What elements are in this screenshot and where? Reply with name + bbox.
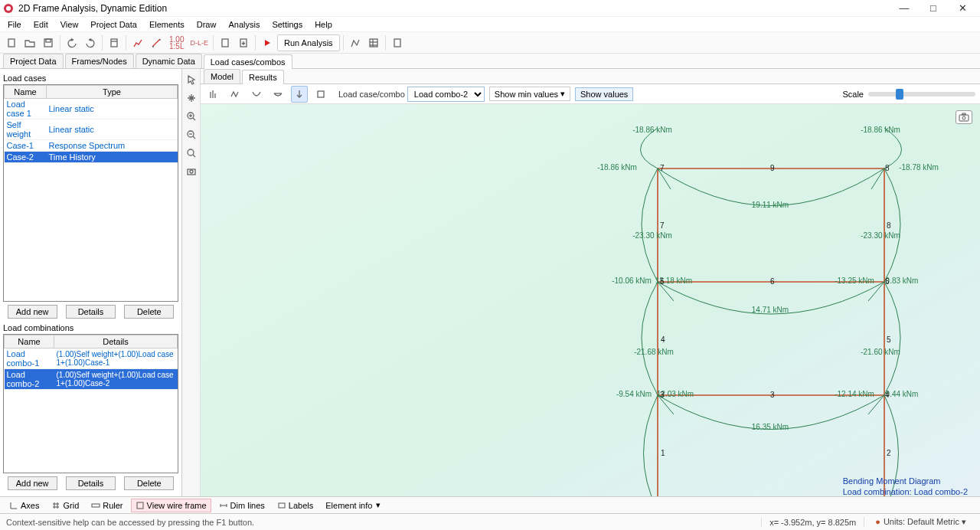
grid-toggle[interactable]: Grid bbox=[47, 499, 83, 512]
wireframe-toggle[interactable]: View wire frame bbox=[131, 499, 211, 512]
zoom-fit-icon[interactable] bbox=[184, 146, 199, 161]
ruler-toggle[interactable]: Ruler bbox=[87, 499, 127, 512]
new-file-icon[interactable] bbox=[3, 34, 20, 51]
menu-edit[interactable]: Edit bbox=[34, 20, 48, 29]
status-bar: Context-sensitive help can be accessed b… bbox=[0, 513, 980, 530]
zoom-out-icon[interactable] bbox=[184, 127, 199, 142]
undo-icon[interactable] bbox=[64, 34, 80, 51]
tab-frames-nodes[interactable]: Frames/Nodes bbox=[65, 54, 134, 68]
tab-dynamic-data[interactable]: Dynamic Data bbox=[136, 54, 202, 68]
loadcombos-delete-button[interactable]: Delete bbox=[124, 476, 174, 490]
dimlines-toggle[interactable]: Dim lines bbox=[214, 499, 270, 512]
maximize-button[interactable]: □ bbox=[919, 0, 948, 17]
moment-diagram-icon[interactable] bbox=[248, 86, 265, 103]
reaction-diagram-icon[interactable] bbox=[291, 86, 308, 103]
axes-toggle[interactable]: Axes bbox=[5, 499, 44, 512]
svg-marker-12 bbox=[265, 40, 270, 46]
screenshot-button[interactable] bbox=[956, 110, 972, 124]
status-coords: x= -3.952m, y= 8.825m bbox=[761, 518, 864, 527]
report-icon[interactable] bbox=[389, 34, 406, 51]
tab-results[interactable]: Results bbox=[242, 70, 284, 84]
svg-rect-10 bbox=[222, 39, 228, 47]
export-icon[interactable] bbox=[235, 34, 252, 51]
svg-text:6: 6 bbox=[885, 277, 890, 286]
show-values-button[interactable]: Show values bbox=[575, 87, 633, 101]
canvas-tabstrip: Model Results bbox=[201, 69, 980, 84]
svg-rect-37 bbox=[962, 113, 965, 115]
deflection-diagram-icon[interactable] bbox=[270, 86, 286, 103]
redo-icon[interactable] bbox=[82, 34, 99, 51]
shear-diagram-icon[interactable] bbox=[227, 86, 243, 103]
axial-diagram-icon[interactable] bbox=[205, 86, 222, 103]
minimize-button[interactable]: — bbox=[890, 0, 919, 17]
svg-text:8: 8 bbox=[885, 164, 890, 172]
minmax-dropdown[interactable]: Show min values ▾ bbox=[489, 87, 570, 101]
status-units[interactable]: ●Units: Default Metric ▾ bbox=[864, 517, 974, 527]
table-icon[interactable] bbox=[365, 34, 382, 51]
left-panel: Load cases NameType Load case 1Linear st… bbox=[0, 69, 182, 496]
dimension-icon[interactable] bbox=[148, 34, 165, 51]
tab-project-data[interactable]: Project Data bbox=[3, 54, 64, 68]
table-row[interactable]: Load case 1Linear static bbox=[5, 99, 178, 119]
menu-view[interactable]: View bbox=[60, 20, 79, 29]
table-row[interactable]: Case-2Time History bbox=[5, 152, 178, 163]
graph-icon[interactable] bbox=[129, 34, 146, 51]
menu-project-data[interactable]: Project Data bbox=[90, 20, 137, 29]
table-row[interactable]: Case-1Response Spectrum bbox=[5, 140, 178, 152]
menu-draw[interactable]: Draw bbox=[197, 20, 217, 29]
labels-toggle[interactable]: Labels bbox=[273, 499, 318, 512]
sheet-icon[interactable] bbox=[106, 34, 122, 51]
svg-text:-18.86 kNm: -18.86 kNm bbox=[597, 163, 637, 172]
loadcombos-add-button[interactable]: Add new bbox=[8, 476, 57, 490]
svg-rect-4 bbox=[46, 39, 51, 42]
assign-icon[interactable] bbox=[217, 34, 234, 51]
run-analysis-button[interactable]: Run Analysis bbox=[277, 34, 340, 51]
svg-text:5: 5 bbox=[887, 335, 891, 344]
save-icon[interactable] bbox=[40, 34, 57, 51]
pan-tool-icon[interactable] bbox=[184, 90, 199, 106]
loadcases-details-button[interactable]: Details bbox=[66, 305, 116, 319]
menu-settings[interactable]: Settings bbox=[272, 20, 302, 29]
scale-slider[interactable] bbox=[868, 92, 975, 97]
loadcombos-details-button[interactable]: Details bbox=[66, 476, 116, 490]
svg-line-19 bbox=[193, 118, 195, 120]
tab-model[interactable]: Model bbox=[204, 69, 240, 83]
toolbar-dld-label: D-L-E bbox=[188, 39, 210, 47]
minmax-label: Show min values bbox=[495, 90, 558, 99]
select-tool-icon[interactable] bbox=[184, 72, 199, 87]
viewport-tools bbox=[182, 69, 201, 496]
play-icon[interactable] bbox=[259, 34, 276, 51]
svg-text:7: 7 bbox=[660, 164, 665, 172]
loadcases-add-button[interactable]: Add new bbox=[8, 305, 57, 319]
toolbar-ratio-b: 1:5L bbox=[168, 43, 185, 50]
diagram-canvas[interactable]: -18.86 kNm-18.86 kNm-18.86 kNm-18.78 kNm… bbox=[201, 104, 980, 496]
svg-text:-18.86 kNm: -18.86 kNm bbox=[861, 126, 900, 134]
close-button[interactable]: ✕ bbox=[948, 0, 977, 17]
zoom-window-icon[interactable] bbox=[184, 164, 199, 179]
table-row[interactable]: Load combo-2(1.00)Self weight+(1.00)Load… bbox=[5, 369, 178, 390]
chevron-down-icon: ▾ bbox=[560, 89, 565, 99]
app-icon bbox=[3, 3, 14, 14]
stress-diagram-icon[interactable] bbox=[312, 86, 329, 103]
svg-text:-12.14 kNm: -12.14 kNm bbox=[835, 390, 874, 398]
loadcases-delete-button[interactable]: Delete bbox=[124, 305, 174, 319]
table-row[interactable]: Self weightLinear static bbox=[5, 119, 178, 140]
zoom-in-icon[interactable] bbox=[184, 109, 199, 124]
menu-file[interactable]: File bbox=[8, 20, 21, 29]
table-row[interactable]: Load combo-1(1.00)Self weight+(1.00)Load… bbox=[5, 348, 178, 369]
svg-point-36 bbox=[962, 116, 965, 119]
svg-line-44 bbox=[871, 168, 884, 189]
deform-icon[interactable] bbox=[347, 34, 364, 51]
menu-elements[interactable]: Elements bbox=[149, 20, 185, 29]
svg-point-25 bbox=[188, 149, 194, 155]
tab-load-cases[interactable]: Load cases/combos bbox=[204, 54, 292, 69]
loadcombo-dropdown[interactable]: Load combo-2 bbox=[407, 87, 485, 102]
center-panel: Model Results Load case/combo Load combo… bbox=[182, 69, 980, 496]
element-info-toggle[interactable]: Element info▾ bbox=[321, 498, 385, 512]
svg-text:16.35 kNm: 16.35 kNm bbox=[752, 423, 789, 431]
open-folder-icon[interactable] bbox=[21, 34, 38, 51]
menu-analysis[interactable]: Analysis bbox=[228, 20, 260, 29]
svg-text:-23.30 kNm: -23.30 kNm bbox=[861, 231, 900, 240]
menu-help[interactable]: Help bbox=[315, 20, 332, 29]
svg-text:3: 3 bbox=[770, 391, 775, 399]
